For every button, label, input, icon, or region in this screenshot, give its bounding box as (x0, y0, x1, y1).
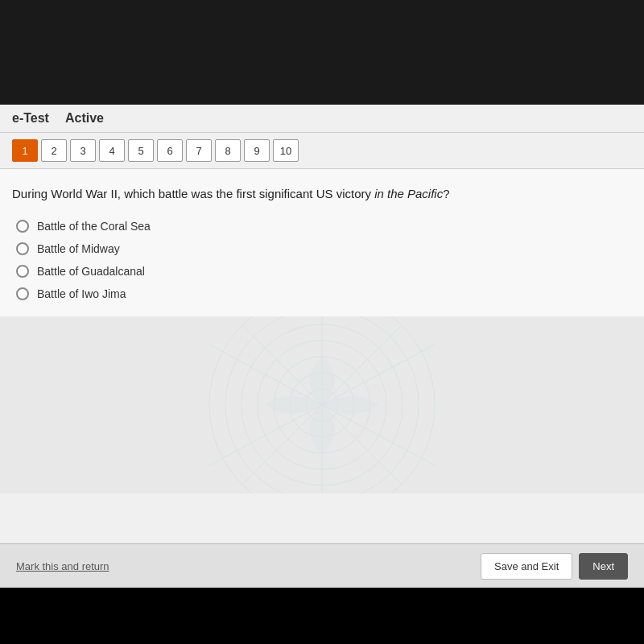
radio-d[interactable] (16, 287, 29, 300)
option-a[interactable]: Battle of the Coral Sea (16, 220, 628, 233)
option-c-label: Battle of Guadalcanal (37, 265, 145, 278)
save-exit-button[interactable]: Save and Exit (481, 553, 572, 580)
nav-btn-10[interactable]: 10 (273, 139, 299, 162)
radio-c[interactable] (16, 265, 29, 278)
nav-btn-6[interactable]: 6 (157, 139, 183, 162)
question-area: During World War II, which battle was th… (0, 169, 644, 316)
svg-line-16 (243, 326, 322, 405)
nav-btn-2[interactable]: 2 (41, 139, 67, 162)
bottom-right-buttons: Save and Exit Next (481, 553, 628, 580)
pattern-area (0, 316, 644, 493)
nav-btn-8[interactable]: 8 (215, 139, 241, 162)
question-text: During World War II, which battle was th… (12, 185, 628, 204)
main-content: e-Test Active 1 2 3 4 5 6 7 8 9 10 Durin… (0, 105, 644, 588)
option-b-label: Battle of Midway (37, 242, 120, 255)
options-list: Battle of the Coral Sea Battle of Midway… (16, 220, 628, 300)
option-c[interactable]: Battle of Guadalcanal (16, 265, 628, 278)
svg-line-15 (243, 405, 322, 484)
nav-btn-5[interactable]: 5 (128, 139, 154, 162)
option-d[interactable]: Battle of Iwo Jima (16, 287, 628, 300)
nav-btn-4[interactable]: 4 (99, 139, 125, 162)
status-badge: Active (65, 111, 104, 126)
decorative-pattern (161, 316, 483, 493)
option-b[interactable]: Battle of Midway (16, 242, 628, 255)
bottom-bar: Mark this and return Save and Exit Next (0, 543, 644, 588)
next-button[interactable]: Next (579, 553, 628, 580)
svg-line-13 (322, 326, 401, 405)
radio-a[interactable] (16, 220, 29, 233)
question-nav-bar: 1 2 3 4 5 6 7 8 9 10 (0, 133, 644, 169)
header-bar: e-Test Active (0, 105, 644, 133)
option-d-label: Battle of Iwo Jima (37, 287, 126, 300)
screen-container: e-Test Active 1 2 3 4 5 6 7 8 9 10 Durin… (0, 0, 644, 644)
nav-btn-3[interactable]: 3 (70, 139, 96, 162)
nav-btn-7[interactable]: 7 (186, 139, 212, 162)
nav-btn-9[interactable]: 9 (244, 139, 270, 162)
svg-line-14 (322, 405, 401, 484)
radio-b[interactable] (16, 242, 29, 255)
nav-btn-1[interactable]: 1 (12, 139, 38, 162)
top-dark-area (0, 0, 644, 105)
option-a-label: Battle of the Coral Sea (37, 220, 151, 233)
mark-return-link[interactable]: Mark this and return (16, 560, 109, 572)
app-title: e-Test (12, 111, 49, 126)
